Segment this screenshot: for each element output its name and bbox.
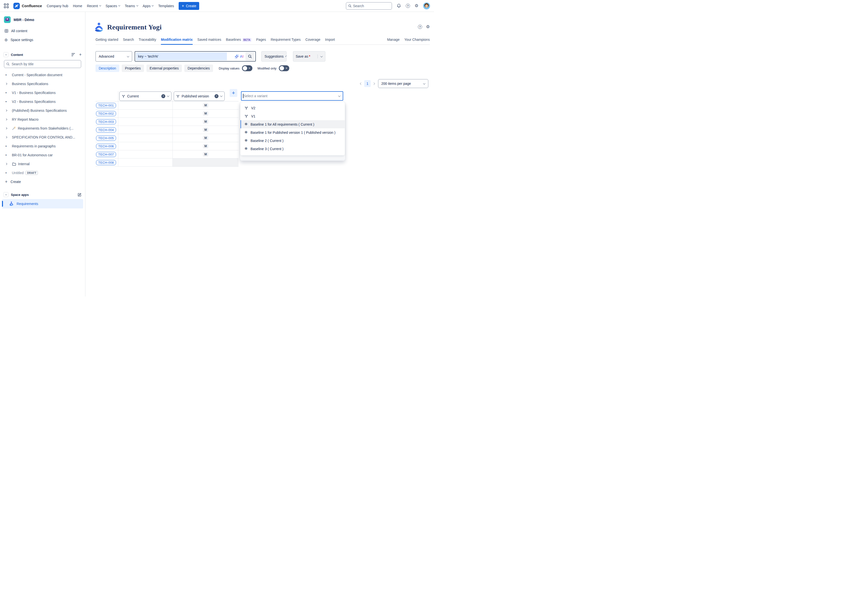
page-size-select[interactable]: 200 items per page — [378, 79, 428, 88]
chevron-right-icon[interactable] — [6, 163, 12, 165]
nav-recent[interactable]: Recent — [87, 4, 101, 8]
filter-icon[interactable] — [71, 53, 75, 56]
tab-requirement-types[interactable]: Requirement Types — [271, 38, 301, 41]
requirement-key-link[interactable]: TECH-002 — [96, 111, 116, 116]
nav-home[interactable]: Home — [73, 4, 82, 8]
user-avatar[interactable] — [423, 3, 430, 9]
tab-search[interactable]: Search — [123, 38, 134, 41]
chip-dependencies[interactable]: Dependencies — [185, 65, 213, 72]
chevron-right-icon[interactable] — [6, 119, 12, 120]
settings-gear-icon[interactable]: ⚙ — [415, 4, 418, 8]
sidebar-create-button[interactable]: + Create — [0, 177, 85, 186]
suggestions-button[interactable]: Suggestions — [261, 51, 286, 62]
nav-spaces[interactable]: Spaces — [106, 4, 120, 8]
chevron-down-icon — [99, 4, 101, 6]
sidebar-search-box[interactable] — [4, 60, 81, 68]
variant-option-partial[interactable] — [241, 153, 345, 155]
global-search-input[interactable] — [353, 4, 385, 8]
requirement-key-link[interactable]: TECH-007 — [96, 152, 116, 157]
add-content-icon[interactable]: + — [79, 52, 82, 57]
notifications-bell-icon[interactable] — [397, 3, 401, 8]
help-icon[interactable]: ? — [406, 4, 410, 8]
collapse-space-apps-button[interactable] — [3, 192, 9, 197]
variant-option-v1[interactable]: V1 — [241, 112, 345, 120]
tab-getting-started[interactable]: Getting started — [96, 38, 118, 41]
variant-option-baseline-2[interactable]: ❄ Baseline 2 ( Current ) — [241, 137, 345, 145]
query-input[interactable]: key ~ 'tech%' AI — [134, 51, 256, 62]
column-filter-current[interactable]: Current × — [119, 91, 171, 101]
requirement-key-link[interactable]: TECH-005 — [96, 135, 116, 141]
search-mode-select[interactable]: Advanced — [96, 51, 132, 62]
create-button[interactable]: +Create — [179, 2, 199, 10]
page-tree-item[interactable]: •Requirements in paragraphs — [0, 142, 85, 151]
requirement-key-link[interactable]: TECH-004 — [96, 127, 116, 132]
page-tree-item[interactable]: •V1 - Business Specifications — [0, 88, 85, 97]
app-settings-gear-icon[interactable]: ⚙ — [426, 25, 430, 29]
nav-company-hub[interactable]: Company hub — [47, 4, 68, 8]
sidebar-search-input[interactable] — [12, 62, 79, 66]
tab-saved-matrices[interactable]: Saved matrices — [198, 38, 221, 41]
requirement-key-link[interactable]: TECH-008 — [96, 160, 116, 165]
nav-apps[interactable]: Apps — [143, 4, 154, 8]
ai-assist-button[interactable]: AI — [235, 54, 244, 59]
chevron-right-icon[interactable] — [6, 83, 12, 85]
chevron-right-icon[interactable] — [6, 110, 12, 111]
chevron-right-icon[interactable] — [6, 137, 12, 138]
page-tree-item[interactable]: RY Report Macro — [0, 115, 85, 124]
page-tree-item[interactable]: (Published) Business Specifications — [0, 106, 85, 115]
clear-column-icon[interactable]: × — [214, 94, 218, 98]
chip-description[interactable]: Description — [96, 65, 119, 72]
chip-external-properties[interactable]: External properties — [146, 65, 182, 72]
page-tree-item[interactable]: Business Specifications — [0, 79, 85, 88]
variant-select-input[interactable]: Select a variant — [241, 91, 343, 101]
sidebar-item-space-settings[interactable]: ⚙ Space settings — [0, 35, 85, 44]
requirement-key-link[interactable]: TECH-003 — [96, 119, 116, 124]
nav-templates[interactable]: Templates — [158, 4, 174, 8]
chevron-right-icon[interactable] — [6, 128, 12, 129]
run-search-button[interactable] — [245, 52, 254, 60]
requirement-key-link[interactable]: TECH-001 — [96, 103, 116, 108]
page-tree-item[interactable]: •BR-01 for Autonomous car — [0, 151, 85, 159]
page-number[interactable]: 1 — [364, 80, 371, 87]
chip-properties[interactable]: Properties — [122, 65, 144, 72]
previous-page-button[interactable] — [360, 83, 362, 85]
display-values-toggle[interactable]: × — [242, 65, 252, 71]
app-help-icon[interactable]: ? — [418, 25, 422, 29]
tab-pages[interactable]: Pages — [256, 38, 266, 41]
variant-option-baseline-3[interactable]: ❄ Baseline 3 ( Current ) — [241, 145, 345, 153]
tab-traceability[interactable]: Traceability — [139, 38, 156, 41]
tab-manage[interactable]: Manage — [387, 38, 400, 41]
page-tree-item[interactable]: SPECIFICATION FOR CONTROL AND... — [0, 133, 85, 142]
page-tree-item[interactable]: Internal — [0, 159, 85, 168]
next-page-button[interactable] — [373, 83, 375, 85]
page-tree-item[interactable]: •Current - Specification document — [0, 71, 85, 79]
nav-teams[interactable]: Teams — [125, 4, 138, 8]
confluence-logo[interactable]: Confluence — [13, 3, 42, 9]
save-as-menu-button[interactable] — [318, 56, 325, 57]
save-as-button[interactable]: Save as * — [293, 54, 318, 58]
collapse-content-button[interactable] — [3, 52, 9, 57]
table-row: TECH-002 M — [96, 110, 239, 118]
global-search-box[interactable] — [346, 2, 392, 10]
variant-option-baseline-1-all[interactable]: ❄ Baseline 1 for All requirements ( Curr… — [241, 120, 345, 128]
page-tree-item[interactable]: •UntitledDRAFT — [0, 168, 85, 177]
tab-baselines[interactable]: BaselinesBETA — [226, 38, 251, 41]
clear-column-icon[interactable]: × — [161, 94, 165, 98]
tab-coverage[interactable]: Coverage — [306, 38, 320, 41]
modified-only-toggle[interactable]: × — [279, 65, 289, 71]
tab-modification-matrix[interactable]: Modification matrix — [161, 38, 192, 41]
app-switcher-icon[interactable] — [4, 3, 9, 8]
variant-option-baseline-1-published[interactable]: ❄ Baseline 1 for Published version 1 ( P… — [241, 128, 345, 137]
variant-option-v2[interactable]: V2 — [241, 104, 345, 112]
add-column-button[interactable]: + — [230, 89, 237, 97]
page-tree-item[interactable]: Requirements from Stakeholders (... — [0, 124, 85, 133]
edit-icon[interactable] — [77, 193, 82, 197]
space-header[interactable]: MBR - Démo — [0, 15, 85, 26]
column-filter-published-version[interactable]: Published version × — [174, 91, 225, 101]
page-tree-item[interactable]: •V2 - Business Specifications — [0, 97, 85, 106]
tab-your-champions[interactable]: Your Champions — [404, 38, 430, 41]
requirement-key-link[interactable]: TECH-006 — [96, 144, 116, 149]
sidebar-item-requirements[interactable]: Requirements — [2, 199, 83, 209]
tab-import[interactable]: Import — [325, 38, 335, 41]
sidebar-item-all-content[interactable]: All content — [0, 26, 85, 35]
